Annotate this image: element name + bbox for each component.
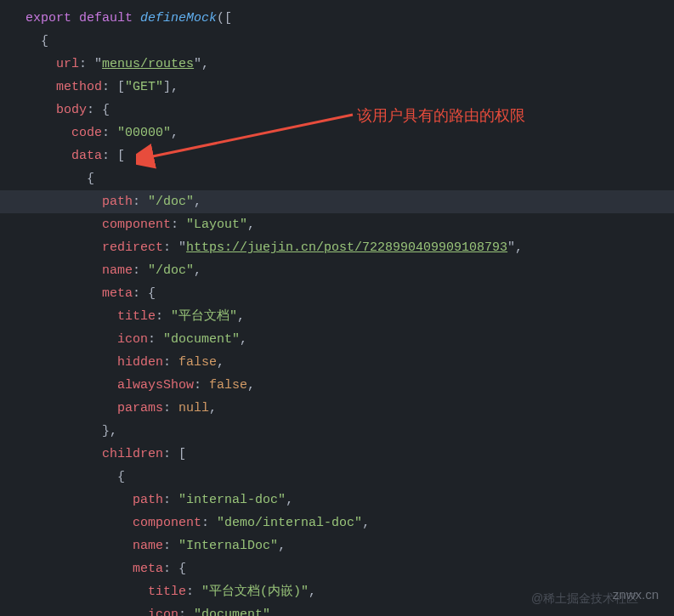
- code-line: url: "menus/routes",: [25, 53, 674, 76]
- code-line: },: [25, 420, 674, 443]
- code-line: hidden: false,: [25, 351, 674, 374]
- code-line: component: "demo/internal-doc",: [25, 511, 674, 534]
- code-area[interactable]: export default defineMock([ { url: "menu…: [24, 7, 674, 616]
- code-line-highlighted: path: "/doc",: [0, 190, 674, 213]
- gutter: [0, 7, 24, 616]
- code-line: component: "Layout",: [25, 213, 674, 236]
- code-line: method: ["GET"],: [25, 76, 674, 99]
- code-line: {: [25, 167, 674, 190]
- code-line: alwaysShow: false,: [25, 374, 674, 397]
- code-line: children: [: [25, 443, 674, 466]
- code-line: meta: {: [25, 557, 674, 580]
- code-line: name: "InternalDoc",: [25, 534, 674, 557]
- code-line: params: null,: [25, 397, 674, 420]
- code-line: title: "平台文档",: [25, 305, 674, 328]
- code-line: redirect: "https://juejin.cn/post/722899…: [25, 236, 674, 259]
- code-line: name: "/doc",: [25, 259, 674, 282]
- code-line: {: [25, 466, 674, 489]
- code-line: export default defineMock([: [25, 7, 674, 30]
- code-line: meta: {: [25, 282, 674, 305]
- code-editor[interactable]: export default defineMock([ { url: "menu…: [0, 0, 674, 616]
- code-line: body: {: [25, 99, 674, 122]
- watermark-site: znwx.cn: [613, 583, 659, 606]
- code-line: {: [25, 30, 674, 53]
- code-line: code: "00000",: [25, 122, 674, 144]
- annotation-text: 该用户具有的路由的权限: [357, 102, 525, 129]
- code-line: path: "internal-doc",: [25, 489, 674, 511]
- code-line: icon: "document",: [25, 328, 674, 351]
- code-line: data: [: [25, 144, 674, 167]
